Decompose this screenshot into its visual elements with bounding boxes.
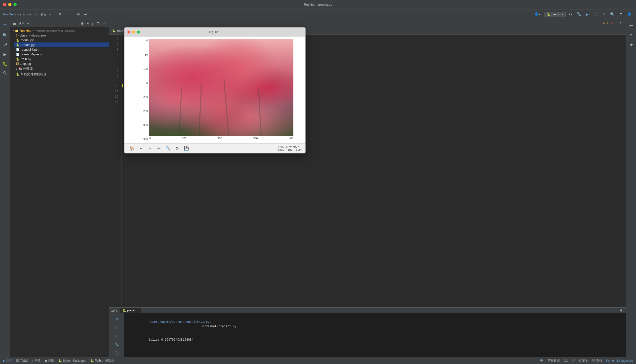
terminal-status-item[interactable]: ▣ 终端 xyxy=(45,358,54,363)
run-stop-btn[interactable]: ⬛ xyxy=(113,349,121,356)
line-col[interactable]: 9:3 xyxy=(564,359,568,362)
collapse-errors-btn[interactable]: ∧ xyxy=(618,20,623,25)
fig-home-btn[interactable]: 🏠 xyxy=(128,145,136,152)
project-view-btn[interactable]: ☰ xyxy=(33,12,39,17)
tree-close-btn[interactable]: — xyxy=(102,21,107,26)
tree-item-train[interactable]: 🐍 train.py xyxy=(14,56,109,61)
plot-canvas: 0 100 200 300 400 xyxy=(149,39,293,141)
run-config-icon: 🐍 xyxy=(547,13,550,16)
run-play-btn[interactable]: ▶ 运行 xyxy=(3,358,12,363)
line-ending[interactable]: LF xyxy=(572,359,575,362)
run-btn[interactable]: ▶ xyxy=(584,12,590,17)
fig-pan-btn[interactable]: ✛ xyxy=(155,145,163,152)
tree-item-tulip[interactable]: 🖼 tulip.jpg xyxy=(14,61,109,66)
run-settings-btn[interactable]: 🔧 xyxy=(113,341,121,348)
sidebar-icon-project[interactable]: ☰ xyxy=(1,21,10,30)
sidebar-icon-find[interactable]: 🔍 xyxy=(1,31,10,40)
tree-item-class-indices[interactable]: { } class_indices.json xyxy=(14,33,109,38)
todo-status-item[interactable]: ☰ TODO xyxy=(16,359,28,362)
close-panel-btn[interactable]: — xyxy=(83,12,89,17)
search-btn[interactable]: 🔍 xyxy=(609,12,616,17)
avatar-btn[interactable]: 👤 xyxy=(626,12,633,17)
indent[interactable]: 4个空格 xyxy=(591,358,602,363)
line-num-7: 7 xyxy=(109,68,119,73)
plot-image xyxy=(149,39,293,136)
tree-scopes-btn[interactable]: ⊕ xyxy=(80,21,85,26)
todo-label: TODO xyxy=(20,359,28,362)
file-tree-content: ▼ 📁 ResNet ~/PycharmProjects/Image_class… xyxy=(10,27,109,357)
terminal-label: 终端 xyxy=(48,358,54,363)
settings-btn[interactable]: ⚙ xyxy=(76,12,82,17)
run-scroll-down-btn[interactable]: ↓ xyxy=(113,332,121,340)
run-scroll-up-btn[interactable]: ↑ xyxy=(113,324,121,331)
encoding[interactable]: UTF-8 xyxy=(579,359,587,362)
tree-root-item[interactable]: ▼ 📁 ResNet ~/PycharmProjects/Image_class… xyxy=(10,28,109,33)
fig-back-btn[interactable]: ← xyxy=(137,145,145,152)
issues-status-item[interactable]: ℹ 问题 xyxy=(32,358,41,363)
figure-window[interactable]: Figure 1 0 50 100 150 200 250 300 350 xyxy=(124,27,306,154)
event-log[interactable]: 事件日志 xyxy=(548,358,560,363)
build-btn[interactable]: 🔧 xyxy=(575,12,582,17)
tree-sort-btn[interactable]: ≡ xyxy=(86,21,90,26)
figure-maximize-btn[interactable] xyxy=(137,30,140,34)
search-status-item[interactable]: 🔍 xyxy=(540,359,544,362)
figure-minimize-btn[interactable] xyxy=(132,30,135,34)
maximize-button[interactable] xyxy=(14,3,17,6)
packages-status-item[interactable]: 🐍 Python Packages xyxy=(58,359,86,362)
tree-dropdown-btn[interactable]: ▾ xyxy=(26,21,30,26)
tree-item-external-lib[interactable]: ▶ 📚 外部库 xyxy=(14,66,109,72)
figure-close-btn[interactable] xyxy=(128,30,131,34)
tree-item-model[interactable]: 🐍 model.py xyxy=(14,38,109,42)
settings-top-btn[interactable]: ⚙ xyxy=(618,12,624,17)
console-status-item[interactable]: 🐍 Python 控制台 xyxy=(90,358,114,363)
refresh-btn[interactable]: ↻ xyxy=(568,12,573,17)
line-num-1: 1 xyxy=(109,37,119,42)
run-tab-predict[interactable]: 🐍 predict × xyxy=(120,308,141,313)
sidebar-icon-debug[interactable]: 🐛 xyxy=(1,59,10,68)
plot-overlay xyxy=(149,39,293,136)
line-num-8: 8 xyxy=(109,73,119,78)
warning-count: 1 xyxy=(607,21,608,24)
project-dropdown-btn[interactable]: ▾ xyxy=(48,12,53,17)
right-icon-structure[interactable]: ≡ xyxy=(627,31,636,40)
fig-forward-btn[interactable]: → xyxy=(146,145,154,152)
scopes-btn[interactable]: ⊕ xyxy=(57,12,63,17)
tree-settings-btn[interactable]: ⚙ xyxy=(95,21,101,26)
sidebar-icon-run[interactable]: ▶ xyxy=(1,50,10,58)
sidebar-icon-plugins[interactable]: 🔌 xyxy=(1,68,10,78)
collapse-btn[interactable]: ↕ xyxy=(70,12,75,17)
fig-zoom-btn[interactable]: 🔍 xyxy=(164,145,172,152)
tree-collapse-all-btn[interactable]: ↕ xyxy=(91,21,94,26)
status-right: 🔍 事件日志 9:3 LF UTF-8 4个空格 Python 3.6 (pyt… xyxy=(540,358,633,363)
tree-item-predict[interactable]: 🐍 predict.py xyxy=(14,42,109,47)
tree-item-resnet34-pre[interactable]: 📄 resnet34-pre.pth xyxy=(14,52,109,56)
run-panel-settings-btn[interactable]: ⚙ xyxy=(618,308,624,313)
class-indices-icon: { } xyxy=(16,34,19,37)
minimize-button[interactable] xyxy=(8,3,12,6)
tree-view-btn[interactable]: ☰ xyxy=(12,21,17,26)
tree-item-scratch[interactable]: 🐍 草稿文件和控制台 xyxy=(14,72,109,77)
python-version[interactable]: Python 3.6 (pytorch) xyxy=(606,359,633,362)
close-button[interactable] xyxy=(3,3,6,6)
figure-titlebar[interactable]: Figure 1 xyxy=(125,28,305,36)
stop-btn[interactable]: ⬛ xyxy=(592,12,599,17)
coverage-btn[interactable]: ✓ xyxy=(601,12,607,17)
sort-btn[interactable]: ≡ xyxy=(64,12,69,17)
profile-btn[interactable]: 👤▾ xyxy=(533,12,542,17)
top-right-toolbar: 👤▾ 🐍 predict ▾ ↻ 🔧 ▶ ⬛ ✓ 🔍 ⚙ 👤 xyxy=(533,12,633,17)
fig-coords-xy: x=39.8 y=70.7 xyxy=(278,146,299,148)
sidebar-icon-git[interactable]: ⎇ xyxy=(1,40,10,49)
tree-item-resnet34[interactable]: 📄 resnet34.pth xyxy=(14,47,109,52)
run-restart-btn[interactable]: ↻ xyxy=(113,315,121,323)
fig-configure-btn[interactable]: ⚙ xyxy=(173,145,181,152)
fig-save-btn[interactable]: 💾 xyxy=(182,145,191,152)
gutter-warning-1[interactable]: — xyxy=(622,35,625,38)
right-icon-bookmark[interactable]: ★ xyxy=(627,40,636,49)
run-config[interactable]: 🐍 predict ▾ xyxy=(544,12,566,17)
right-icon-database[interactable]: 🗃 xyxy=(627,21,636,30)
run-config-dropdown: ▾ xyxy=(561,13,563,16)
run-output[interactable]: /Users/apple/opt/anaconda3/envs/pyt n/Re… xyxy=(124,313,626,364)
packages-icon: 🐍 xyxy=(58,359,62,362)
project-name[interactable]: ResNet xyxy=(3,12,14,16)
run-tab-close[interactable]: × xyxy=(137,309,139,312)
